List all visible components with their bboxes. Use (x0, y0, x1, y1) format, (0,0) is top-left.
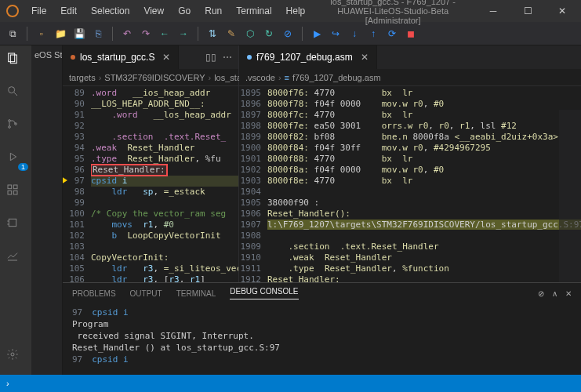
svg-point-4 (9, 120, 11, 122)
menu-file[interactable]: File (25, 2, 53, 20)
debug-icon[interactable]: 1 (6, 151, 25, 169)
split-icon[interactable]: ▯▯ (205, 52, 216, 63)
menu-terminal[interactable]: Terminal (230, 2, 278, 20)
extensions-icon[interactable] (6, 183, 25, 202)
tab-label: los_startup_gcc.S (80, 52, 154, 63)
debug-console-output[interactable]: 97cpsid iProgram received signal SIGINT,… (63, 303, 581, 375)
panel-tab-output[interactable]: OUTPUT (130, 289, 162, 298)
svg-rect-8 (8, 185, 12, 189)
expand-icon[interactable]: ∧ (552, 289, 557, 298)
menu-edit[interactable]: Edit (54, 2, 83, 20)
clean-icon[interactable]: ✎ (223, 26, 239, 42)
clear-icon[interactable]: ⊘ (538, 289, 544, 298)
menu-run[interactable]: Run (198, 2, 228, 20)
window-title: los_startup_gcc.S - F769_1207 - HUAWEI-L… (311, 0, 474, 25)
maximize-button[interactable]: ☐ (515, 5, 540, 16)
back-icon[interactable]: ← (157, 26, 172, 42)
save-all-icon[interactable]: ⎘ (90, 26, 106, 42)
panel-tab-problems[interactable]: PROBLEMS (72, 289, 116, 298)
tab-los-startup[interactable]: los_startup_gcc.S ✕ (63, 45, 179, 69)
search-icon[interactable] (6, 85, 25, 103)
panel-tab-debug-console[interactable]: DEBUG CONSOLE (230, 287, 298, 299)
svg-rect-12 (9, 219, 16, 226)
panel-tabs: PROBLEMS OUTPUT TERMINAL DEBUG CONSOLE ⊘… (63, 283, 581, 303)
svg-marker-7 (10, 153, 16, 160)
menu-selection[interactable]: Selection (85, 2, 136, 20)
window-controls: ─ ☐ ✕ (481, 5, 575, 16)
code-editor-right[interactable]: 1895189618971898189919001901190219031904… (239, 86, 581, 282)
step-over-icon[interactable]: ↪ (328, 26, 343, 42)
new-file-icon[interactable]: ▫ (34, 26, 49, 42)
status-chevron-icon[interactable]: › (6, 379, 9, 388)
editor-pane-left: los_startup_gcc.S ✕ ▯▯ ⋯ targets› STM32F… (63, 45, 239, 282)
activitybar: 1 (0, 45, 31, 375)
bottom-panel: PROBLEMS OUTPUT TERMINAL DEBUG CONSOLE ⊘… (63, 282, 581, 375)
save-icon[interactable]: 💾 (71, 26, 87, 42)
tab-label: f769_1207_debug.asm (256, 52, 353, 63)
step-out-icon[interactable]: ↑ (365, 26, 381, 42)
close-button[interactable]: ✕ (550, 5, 575, 16)
tab-bar-right: f769_1207_debug.asm ✕ (239, 45, 581, 69)
menubar: File Edit Selection View Go Run Terminal… (25, 2, 311, 20)
toolbar: ⧉ ▫ 📁 💾 ⎘ ↶ ↷ ← → ⇅ ✎ ⬡ ↻ ⊘ ▶ ↪ ↓ ↑ ⟳ ◼ (0, 22, 581, 45)
close-panel-icon[interactable]: ✕ (565, 289, 572, 298)
stop-icon[interactable]: ◼ (403, 26, 419, 42)
panel-tab-terminal[interactable]: TERMINAL (176, 289, 216, 298)
statusbar: › (0, 375, 581, 392)
more-icon[interactable]: ⋯ (223, 52, 232, 63)
stop-build-icon[interactable]: ⊘ (280, 26, 296, 42)
modified-dot-icon (71, 55, 75, 60)
close-tab-icon[interactable]: ✕ (361, 52, 369, 63)
step-into-icon[interactable]: ↓ (347, 26, 362, 42)
menu-help[interactable]: Help (280, 2, 312, 20)
svg-point-5 (9, 126, 11, 129)
rebuild-icon[interactable]: ↻ (261, 26, 277, 42)
copy-icon[interactable]: ⧉ (5, 26, 20, 42)
explorer-icon[interactable] (6, 52, 25, 71)
tab-bar-left: los_startup_gcc.S ✕ ▯▯ ⋯ (63, 45, 238, 69)
restart-icon[interactable]: ⟳ (384, 26, 400, 42)
continue-icon[interactable]: ▶ (309, 26, 325, 42)
forward-icon[interactable]: → (176, 26, 191, 42)
app-logo (6, 5, 19, 17)
svg-rect-10 (8, 191, 12, 194)
open-folder-icon[interactable]: 📁 (53, 26, 68, 42)
file-dot-icon (247, 55, 252, 60)
editor-pane-right: f769_1207_debug.asm ✕ .vscode› ≡ f769_12… (239, 45, 581, 282)
sidebar-header: eOS Studio (31, 45, 62, 64)
code-editor-left[interactable]: 8990919293949596979899100101102103104105… (63, 86, 238, 282)
svg-rect-9 (13, 185, 17, 189)
redo-icon[interactable]: ↷ (138, 26, 154, 42)
analytics-icon[interactable] (6, 249, 25, 268)
menu-go[interactable]: Go (172, 2, 197, 20)
svg-rect-11 (13, 191, 17, 194)
svg-point-16 (11, 353, 14, 356)
source-control-icon[interactable] (6, 118, 25, 136)
build-icon[interactable]: ⬡ (242, 26, 258, 42)
settings-icon[interactable] (6, 348, 25, 367)
menu-view[interactable]: View (137, 2, 170, 20)
settings2-icon[interactable]: ⇅ (205, 26, 220, 42)
board-icon[interactable] (6, 216, 25, 235)
titlebar: File Edit Selection View Go Run Terminal… (0, 0, 581, 22)
breadcrumb-right[interactable]: .vscode› ≡ f769_1207_debug.asm (239, 69, 581, 86)
sidebar: eOS Studio (31, 45, 63, 375)
tab-debug-asm[interactable]: f769_1207_debug.asm ✕ (239, 45, 377, 69)
minimap[interactable] (559, 110, 581, 282)
breadcrumb-left[interactable]: targets› STM32F769IDISCOVERY› los_startu… (63, 69, 238, 86)
undo-icon[interactable]: ↶ (119, 26, 135, 42)
svg-line-3 (14, 93, 17, 96)
svg-point-2 (9, 87, 15, 93)
minimize-button[interactable]: ─ (481, 5, 506, 16)
close-tab-icon[interactable]: ✕ (162, 52, 170, 63)
